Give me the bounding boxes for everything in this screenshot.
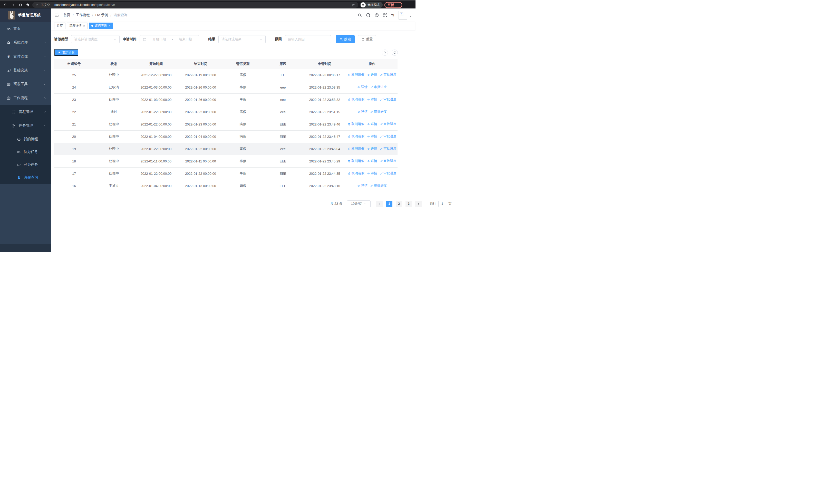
sidebar-item-devtools[interactable]: 研发工具 — [0, 77, 51, 91]
next-page-button[interactable] — [415, 201, 416, 207]
detail-link[interactable]: 详情 — [357, 183, 368, 188]
cell-reason: EEE — [263, 118, 303, 130]
detail-link[interactable]: 详情 — [357, 110, 368, 114]
approval-progress-link[interactable]: 审批进度 — [370, 110, 387, 114]
cell-end-time: 2022-01-19 00:00:00 — [178, 69, 223, 81]
update-button[interactable]: 更新 — [384, 2, 402, 8]
fullscreen-icon[interactable] — [383, 13, 388, 18]
page-button-1[interactable]: 1 — [386, 201, 393, 207]
breadcrumb-item-workflow[interactable]: 工作流程 — [76, 13, 90, 18]
browser-forward-button[interactable] — [10, 2, 16, 8]
sidebar-item-payment[interactable]: ¥ 支付管理 — [0, 50, 51, 63]
help-icon[interactable] — [374, 13, 379, 18]
top-navbar: 首页 / 工作流程 / OA 示例 / 请假查询 TT — [51, 8, 416, 22]
cancel-leave-link[interactable]: 取消请假 — [348, 72, 365, 77]
breadcrumb-item-oa[interactable]: OA 示例 — [95, 13, 108, 18]
browser-menu-icon[interactable] — [396, 3, 400, 7]
reason-input[interactable] — [285, 35, 331, 43]
cell-apply-time: 2022-01-22 23:46:47 — [303, 130, 346, 143]
cancel-leave-link[interactable]: 取消请假 — [348, 171, 365, 176]
create-leave-button[interactable]: 发起请假 — [54, 49, 78, 56]
detail-link[interactable]: 详情 — [367, 159, 377, 163]
incognito-icon — [361, 2, 366, 7]
approval-progress-link[interactable]: 审批进度 — [370, 85, 387, 89]
close-icon[interactable]: × — [83, 24, 85, 28]
browser-reload-button[interactable] — [18, 2, 23, 8]
approval-progress-link[interactable]: 审批进度 — [370, 183, 387, 188]
security-label[interactable]: 不安全 — [41, 3, 50, 7]
approval-progress-link[interactable]: 审批进度 — [380, 72, 397, 77]
page-button-3[interactable]: 3 — [405, 201, 412, 207]
cell-apply-time: 2022-01-22 23:53:32 — [303, 93, 346, 106]
cancel-leave-link[interactable]: 取消请假 — [348, 122, 365, 126]
chevron-down-icon — [259, 38, 262, 41]
cancel-leave-link[interactable]: 取消请假 — [348, 134, 365, 139]
close-icon[interactable]: × — [109, 24, 110, 28]
breadcrumb-item-home[interactable]: 首页 — [63, 13, 70, 18]
list-icon — [12, 110, 16, 114]
chevron-down-icon — [43, 110, 46, 113]
detail-link[interactable]: 详情 — [357, 85, 368, 89]
sidebar-item-my-process[interactable]: 我的流程 — [0, 133, 51, 146]
approval-progress-link[interactable]: 审批进度 — [380, 159, 397, 163]
sidebar-item-leave-query[interactable]: 请假查询 — [0, 171, 51, 184]
page-button-2[interactable]: 2 — [396, 201, 402, 207]
refresh-table-button[interactable] — [392, 50, 398, 56]
apply-time-range-picker[interactable]: 开始日期 - 结束日期 — [140, 35, 199, 43]
sidebar-item-done-tasks[interactable]: 已办任务 — [0, 158, 51, 171]
approval-progress-link[interactable]: 审批进度 — [380, 171, 397, 176]
detail-link[interactable]: 详情 — [367, 72, 377, 77]
reset-button[interactable]: 重置 — [358, 35, 376, 43]
cancel-leave-link[interactable]: 取消请假 — [348, 159, 365, 163]
cell-apply-time: 2022-01-22 23:45:29 — [303, 155, 346, 167]
cancel-leave-link[interactable]: 取消请假 — [348, 147, 365, 151]
tab-home[interactable]: 首页 — [54, 23, 65, 29]
leave-type-select[interactable]: 请选择请假类型 — [71, 35, 120, 43]
approval-progress-link[interactable]: 审批进度 — [380, 122, 397, 126]
briefcase-icon — [6, 96, 11, 100]
start-date-placeholder[interactable]: 开始日期 — [149, 37, 170, 41]
table-row: 20 处理中 2022-01-04 00:00:00 2022-01-04 00… — [54, 130, 398, 143]
browser-home-button[interactable] — [25, 2, 31, 8]
sidebar-item-system[interactable]: 系统管理 — [0, 36, 51, 50]
end-date-placeholder[interactable]: 结束日期 — [175, 37, 196, 41]
tab-process-detail[interactable]: 流程详情 × — [67, 23, 87, 29]
prev-page-button[interactable] — [376, 201, 383, 207]
sidebar-item-home[interactable]: 首页 — [0, 22, 51, 36]
detail-link[interactable]: 详情 — [367, 97, 377, 101]
approval-progress-link[interactable]: 审批进度 — [380, 147, 397, 151]
browser-back-button[interactable] — [3, 2, 8, 8]
sidebar-item-infra[interactable]: 基础设施 — [0, 63, 51, 77]
github-icon[interactable] — [366, 13, 371, 18]
result-select[interactable]: 请选择流结果 — [219, 35, 266, 43]
search-button[interactable]: 搜索 — [336, 35, 355, 43]
cell-status: 已取消 — [94, 81, 134, 93]
approval-progress-link[interactable]: 审批进度 — [380, 134, 397, 139]
bookmark-star-icon[interactable] — [351, 3, 355, 7]
detail-link[interactable]: 详情 — [367, 134, 377, 139]
trash-icon — [348, 159, 351, 163]
detail-link[interactable]: 详情 — [367, 171, 377, 176]
cell-status: 处理中 — [94, 143, 134, 155]
update-label[interactable]: 更新 — [388, 3, 394, 7]
sidebar-item-process-mgmt[interactable]: 流程管理 — [0, 105, 51, 119]
font-size-icon[interactable]: TT — [391, 13, 395, 18]
eye-icon — [17, 150, 21, 154]
address-bar[interactable]: 不安全 dashboard.yudao.iocoder.cn/bpm/oa/le… — [32, 2, 358, 8]
toggle-search-button[interactable] — [382, 50, 388, 56]
sidebar-item-workflow[interactable]: 工作流程 — [0, 91, 51, 105]
search-icon[interactable] — [357, 13, 362, 18]
sidebar-item-task-mgmt[interactable]: 任务管理 — [0, 119, 51, 133]
detail-link[interactable]: 详情 — [367, 147, 377, 151]
tab-leave-query[interactable]: 请假查询 × — [89, 23, 113, 29]
page-size-select[interactable]: 10条/页 — [347, 200, 371, 207]
sidebar-item-todo-tasks[interactable]: 待办任务 — [0, 146, 51, 158]
cell-actions: 取消请假 详情 审批进度 — [346, 167, 398, 180]
approval-progress-link[interactable]: 审批进度 — [380, 97, 397, 101]
avatar[interactable] — [399, 11, 407, 20]
cancel-leave-link[interactable]: 取消请假 — [348, 97, 365, 101]
detail-link[interactable]: 详情 — [367, 122, 377, 126]
app-logo-header: 芋道管理系统 — [0, 8, 51, 22]
sidebar-collapse-icon[interactable] — [54, 13, 59, 18]
caret-down-icon[interactable] — [409, 16, 412, 18]
